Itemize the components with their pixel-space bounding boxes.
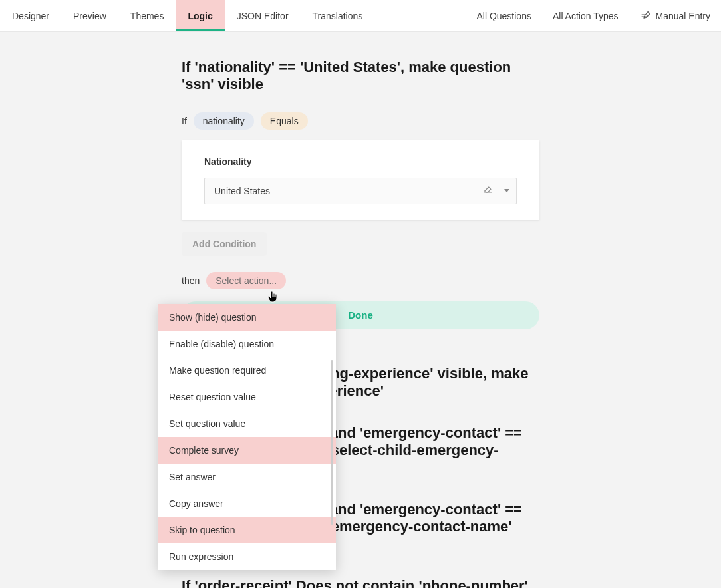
action-option-show-hide-question[interactable]: Show (hide) question (158, 304, 336, 331)
tab-label: JSON Editor (237, 11, 289, 21)
select-action-chip[interactable]: Select action... (206, 272, 286, 289)
chevron-down-icon[interactable] (504, 189, 509, 192)
content-area: If 'nationality' == 'United States', mak… (0, 32, 721, 588)
condition-field-label: Nationality (204, 156, 517, 167)
manual-entry-button[interactable]: Manual Entry (629, 9, 721, 23)
tab-label: Preview (73, 11, 106, 21)
tab-themes[interactable]: Themes (118, 0, 176, 31)
filter-all-questions[interactable]: All Questions (466, 11, 541, 21)
rule-title: If 'nationality' == 'United States', mak… (182, 59, 539, 94)
action-dropdown[interactable]: Show (hide) question Enable (disable) qu… (158, 304, 336, 570)
other-rule-title[interactable]: If 'order-receipt' Does not contain 'pho… (182, 577, 539, 588)
action-option-set-answer[interactable]: Set answer (158, 464, 336, 490)
tab-label: Logic (188, 11, 212, 21)
clear-icon[interactable] (483, 184, 494, 197)
add-condition-button[interactable]: Add Condition (182, 232, 267, 256)
edit-icon (640, 9, 652, 23)
then-label: then (182, 275, 200, 286)
condition-row: If nationality Equals (182, 112, 539, 130)
select-value: United States (214, 186, 270, 196)
condition-field-chip[interactable]: nationality (194, 112, 254, 130)
action-option-enable-disable-question[interactable]: Enable (disable) question (158, 331, 336, 357)
action-option-set-question-value[interactable]: Set question value (158, 410, 336, 437)
tab-translations[interactable]: Translations (301, 0, 375, 31)
action-option-reset-question-value[interactable]: Reset question value (158, 384, 336, 410)
then-row: then Select action... (182, 272, 539, 289)
dropdown-scrollbar[interactable] (331, 360, 333, 525)
action-option-complete-survey[interactable]: Complete survey (158, 437, 336, 464)
tab-json-editor[interactable]: JSON Editor (225, 0, 301, 31)
tab-logic[interactable]: Logic (176, 0, 224, 31)
top-tab-bar: Designer Preview Themes Logic JSON Edito… (0, 0, 721, 32)
select-icons (483, 178, 509, 204)
tabs-right: All Questions All Action Types Manual En… (466, 0, 721, 31)
tab-designer[interactable]: Designer (0, 0, 61, 31)
tabs-left: Designer Preview Themes Logic JSON Edito… (0, 0, 374, 31)
condition-value-select[interactable]: United States (204, 178, 517, 204)
tab-label: Designer (12, 11, 49, 21)
tab-label: Themes (130, 11, 164, 21)
tab-label: Translations (313, 11, 363, 21)
action-option-skip-to-question[interactable]: Skip to question (158, 517, 336, 543)
if-label: If (182, 116, 187, 126)
filter-all-action-types[interactable]: All Action Types (542, 11, 629, 21)
tab-preview[interactable]: Preview (61, 0, 118, 31)
action-option-run-expression[interactable]: Run expression (158, 543, 336, 570)
manual-entry-label: Manual Entry (656, 11, 710, 21)
filter-label: All Questions (476, 11, 531, 21)
filter-label: All Action Types (553, 11, 619, 21)
action-option-copy-answer[interactable]: Copy answer (158, 490, 336, 517)
action-option-make-question-required[interactable]: Make question required (158, 357, 336, 384)
condition-value-card: Nationality United States (182, 140, 539, 220)
condition-operator-chip[interactable]: Equals (261, 112, 308, 130)
add-condition-label: Add Condition (192, 239, 256, 249)
